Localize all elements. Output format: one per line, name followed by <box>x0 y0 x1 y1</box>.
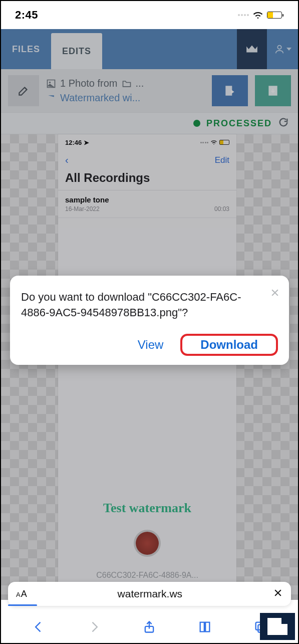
svg-point-1 <box>49 81 51 83</box>
location-arrow-icon: ➤ <box>84 139 89 146</box>
dialog-message: Do you want to download "C66CC302-FA6C-4… <box>21 290 251 321</box>
type-icon <box>46 93 56 103</box>
profile-menu-button[interactable] <box>267 29 298 69</box>
folder-icon <box>122 79 132 89</box>
dialog-download-button[interactable]: Download <box>191 335 267 354</box>
project-info: 1 Photo from ... Watermarked wi... <box>46 78 205 104</box>
corner-watermark-badge: GAD <box>260 613 295 640</box>
preview-battery-icon <box>219 140 229 145</box>
project-bar: 1 Photo from ... Watermarked wi... <box>1 69 298 112</box>
export-button[interactable] <box>212 75 248 106</box>
preview-edit-link: Edit <box>215 155 229 165</box>
wifi-icon <box>252 11 263 19</box>
status-time: 2:45 <box>15 9 38 22</box>
stop-reload-button[interactable] <box>273 588 283 600</box>
preview-recording-item: sample tone 16-Mar-2022 00:03 <box>58 190 236 218</box>
svg-point-0 <box>277 46 281 49</box>
dialog-close-button[interactable] <box>269 287 281 299</box>
address-url: watermark.ws <box>27 588 273 600</box>
preview-canvas: 12:46 ➤ ‹ Edit All Recordings sample ton… <box>1 134 298 600</box>
reload-button[interactable] <box>278 117 289 130</box>
status-dot-icon <box>193 120 200 127</box>
tab-edits[interactable]: EDITS <box>51 33 102 69</box>
premium-crown-button[interactable] <box>237 29 267 69</box>
chevron-down-icon <box>286 48 291 51</box>
status-label: PROCESSED <box>206 118 272 129</box>
preview-nav: ‹ Edit <box>58 147 236 170</box>
device-status-bar: 2:45 <box>1 1 298 29</box>
preview-back-button: ‹ <box>65 154 69 166</box>
preview-record-button-icon <box>136 532 159 555</box>
status-right <box>238 11 282 19</box>
share-button[interactable] <box>142 620 156 636</box>
download-button[interactable] <box>255 75 291 106</box>
preview-image: 12:46 ➤ ‹ Edit All Recordings sample ton… <box>58 134 236 600</box>
safari-toolbar <box>1 600 298 643</box>
preview-status-bar: 12:46 ➤ <box>58 134 236 147</box>
page-load-progress <box>8 604 37 606</box>
image-filename-label: C66CC302-FA6C-4886-9A... <box>96 571 198 580</box>
top-tab-bar: FILES EDITS <box>1 29 298 69</box>
edit-project-button[interactable] <box>8 75 39 106</box>
safari-address-bar[interactable]: AA watermark.ws <box>8 582 291 606</box>
project-line-2[interactable]: Watermarked wi... <box>46 92 205 104</box>
cellular-dots-icon <box>238 14 249 16</box>
preview-wifi-icon <box>210 140 217 145</box>
nav-back-button[interactable] <box>32 620 46 636</box>
download-dialog: Do you want to download "C66CC302-FA6C-4… <box>10 276 289 365</box>
image-icon <box>46 79 56 89</box>
preview-title: All Recordings <box>58 170 236 190</box>
project-line-1: 1 Photo from ... <box>46 78 205 89</box>
bookmarks-button[interactable] <box>198 620 212 636</box>
status-row: PROCESSED <box>1 112 298 134</box>
annotation-highlight: Download <box>180 334 278 356</box>
tab-files[interactable]: FILES <box>1 29 51 69</box>
battery-icon <box>267 12 282 19</box>
watermark-text: Test watermark <box>103 501 191 516</box>
dialog-view-button[interactable]: View <box>138 338 164 352</box>
text-size-button[interactable]: AA <box>16 589 27 599</box>
nav-forward-button[interactable] <box>87 620 101 636</box>
preview-cell-icon <box>200 142 209 143</box>
